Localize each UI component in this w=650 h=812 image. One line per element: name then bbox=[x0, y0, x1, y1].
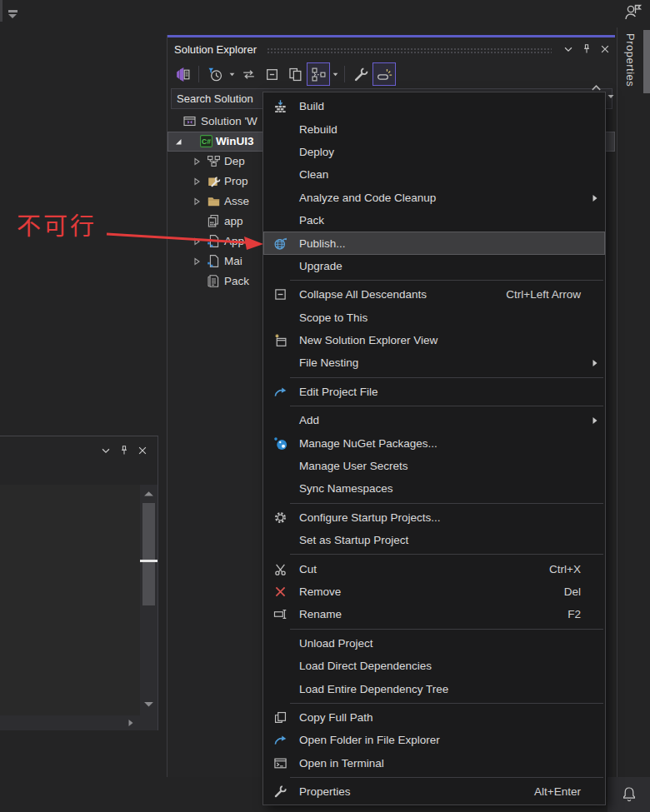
menu-item-label: Properties bbox=[299, 785, 534, 798]
menu-item-label: Add bbox=[299, 414, 605, 426]
menu-item-sync-namespaces[interactable]: Sync Namespaces bbox=[263, 477, 605, 500]
track-active-item-button[interactable] bbox=[372, 62, 396, 86]
menu-item-properties[interactable]: PropertiesAlt+Enter bbox=[263, 780, 605, 803]
menu-item-analyze-and-code-cleanup[interactable]: Analyze and Code Cleanup bbox=[263, 187, 605, 209]
menu-item-label: Publish... bbox=[299, 237, 605, 250]
manifest-file-icon bbox=[207, 214, 221, 228]
collapse-all-button[interactable] bbox=[260, 62, 283, 86]
notifications-bell-icon[interactable] bbox=[620, 785, 638, 804]
menu-item-add[interactable]: Add bbox=[263, 409, 605, 431]
menu-item-deploy[interactable]: Deploy bbox=[263, 141, 605, 163]
expand-arrow-icon[interactable] bbox=[192, 157, 202, 167]
show-all-files-icon bbox=[311, 67, 327, 82]
expand-arrow-icon[interactable] bbox=[192, 177, 202, 187]
menu-item-label: Manage User Secrets bbox=[299, 460, 605, 472]
dropdown-arrow-icon[interactable] bbox=[227, 62, 237, 86]
horizontal-scrollbar[interactable] bbox=[0, 715, 158, 730]
properties-tool-icon bbox=[353, 67, 369, 82]
feedback-person-icon[interactable] bbox=[622, 2, 643, 23]
sync-with-active-document-button[interactable] bbox=[237, 62, 260, 86]
solution-home-button[interactable] bbox=[171, 62, 194, 86]
menu-item-label: New Solution Explorer View bbox=[299, 334, 605, 346]
scroll-right-arrow-icon[interactable] bbox=[128, 719, 134, 727]
toolbar-overflow-button[interactable] bbox=[7, 8, 20, 20]
menu-item-edit-project-file[interactable]: Edit Project File bbox=[263, 381, 605, 403]
menu-item-cut[interactable]: CutCtrl+X bbox=[263, 557, 605, 580]
bottom-panel-titlebar bbox=[98, 443, 152, 458]
expand-arrow-icon[interactable] bbox=[192, 237, 202, 247]
appx-manifest-icon bbox=[207, 274, 221, 288]
scrollbar-thumb[interactable] bbox=[142, 503, 155, 605]
menu-item-open-in-terminal[interactable]: Open in Terminal bbox=[263, 752, 605, 775]
properties-tool-button[interactable] bbox=[349, 62, 372, 86]
tree-item-label: Prop bbox=[224, 175, 248, 187]
menu-item-label: Clean bbox=[299, 168, 605, 181]
titlebar-drag-grip[interactable] bbox=[267, 47, 552, 54]
close-icon[interactable] bbox=[597, 42, 613, 57]
menu-item-label: Cut bbox=[299, 563, 549, 575]
new-solution-view-icon bbox=[269, 333, 291, 347]
menu-item-copy-full-path[interactable]: Copy Full Path bbox=[263, 706, 605, 729]
menu-separator bbox=[290, 554, 603, 555]
dropdown-arrow-icon[interactable] bbox=[330, 62, 340, 86]
menu-item-configure-startup-projects[interactable]: Configure Startup Projects... bbox=[263, 506, 605, 529]
visual-studio-window: Solution Explorer Search Solution Soluti… bbox=[0, 0, 650, 812]
menu-item-new-solution-explorer-view[interactable]: New Solution Explorer View bbox=[263, 329, 605, 351]
toolbar-separator bbox=[344, 66, 345, 82]
pin-icon[interactable] bbox=[116, 443, 132, 458]
search-options-dropdown-icon[interactable] bbox=[608, 94, 616, 104]
menu-item-rename[interactable]: RenameF2 bbox=[263, 603, 605, 625]
menu-item-set-as-startup-project[interactable]: Set as Startup Project bbox=[263, 529, 605, 551]
gear-icon bbox=[269, 511, 291, 525]
submenu-arrow-icon bbox=[592, 359, 598, 367]
menu-item-file-nesting[interactable]: File Nesting bbox=[263, 351, 605, 374]
solution-home-icon bbox=[175, 67, 191, 82]
pin-icon[interactable] bbox=[578, 42, 595, 57]
menu-item-pack[interactable]: Pack bbox=[263, 209, 605, 232]
expand-arrow-icon[interactable] bbox=[192, 257, 202, 267]
menu-item-publish[interactable]: Publish... bbox=[263, 232, 605, 254]
menu-separator bbox=[290, 377, 603, 378]
menu-item-label: Unload Project bbox=[299, 637, 605, 650]
menu-item-scope-to-this[interactable]: Scope to This bbox=[263, 306, 605, 329]
menu-item-label: Rename bbox=[299, 608, 568, 620]
menu-separator bbox=[290, 280, 603, 281]
expand-arrow-icon[interactable] bbox=[192, 197, 202, 207]
tab-properties[interactable]: Properties bbox=[620, 33, 640, 108]
menu-item-build[interactable]: Build bbox=[263, 95, 605, 117]
menu-item-label: Remove bbox=[299, 585, 564, 598]
toolbar-separator bbox=[198, 66, 199, 82]
menu-item-label: Configure Startup Projects... bbox=[299, 511, 605, 524]
tree-item-label: Mai bbox=[224, 255, 242, 267]
menu-item-manage-nuget-packages[interactable]: Manage NuGet Packages... bbox=[263, 431, 605, 454]
menu-item-clean[interactable]: Clean bbox=[263, 163, 605, 186]
collapse-arrow-icon[interactable] bbox=[173, 137, 183, 147]
dependencies-icon bbox=[207, 154, 221, 168]
window-position-chevron-icon[interactable] bbox=[98, 443, 114, 458]
show-all-files-button[interactable] bbox=[307, 62, 330, 86]
menu-item-label: Load Direct Dependencies bbox=[299, 660, 605, 672]
pending-changes-filter-button[interactable] bbox=[203, 62, 227, 86]
chevron-up-icon[interactable] bbox=[591, 84, 602, 92]
menu-item-unload-project[interactable]: Unload Project bbox=[263, 632, 605, 655]
menu-separator bbox=[290, 503, 603, 504]
scroll-up-arrow-icon[interactable] bbox=[143, 490, 154, 497]
vertical-scrollbar[interactable] bbox=[140, 485, 158, 715]
menu-item-upgrade[interactable]: Upgrade bbox=[263, 255, 605, 277]
scroll-down-arrow-icon[interactable] bbox=[143, 701, 154, 709]
window-position-chevron-icon[interactable] bbox=[560, 42, 577, 57]
preview-selected-items-button[interactable] bbox=[283, 62, 307, 86]
menu-item-open-folder-in-file-explorer[interactable]: Open Folder in File Explorer bbox=[263, 729, 605, 751]
menu-item-load-entire-dependency-tree[interactable]: Load Entire Dependency Tree bbox=[263, 677, 605, 700]
solution-explorer-titlebar: Solution Explorer bbox=[168, 37, 615, 61]
menu-separator bbox=[290, 406, 603, 406]
close-icon[interactable] bbox=[134, 443, 151, 458]
menu-item-manage-user-secrets[interactable]: Manage User Secrets bbox=[263, 455, 605, 477]
menu-item-load-direct-dependencies[interactable]: Load Direct Dependencies bbox=[263, 655, 605, 677]
menu-item-collapse-all-descendants[interactable]: Collapse All DescendantsCtrl+Left Arrow bbox=[263, 283, 605, 306]
tree-item-label: app bbox=[224, 215, 243, 227]
menu-item-rebuild[interactable]: Rebuild bbox=[263, 117, 605, 140]
menu-item-label: Rebuild bbox=[299, 123, 605, 136]
menu-item-remove[interactable]: RemoveDel bbox=[263, 580, 605, 603]
tab-properties-label: Properties bbox=[624, 33, 637, 87]
